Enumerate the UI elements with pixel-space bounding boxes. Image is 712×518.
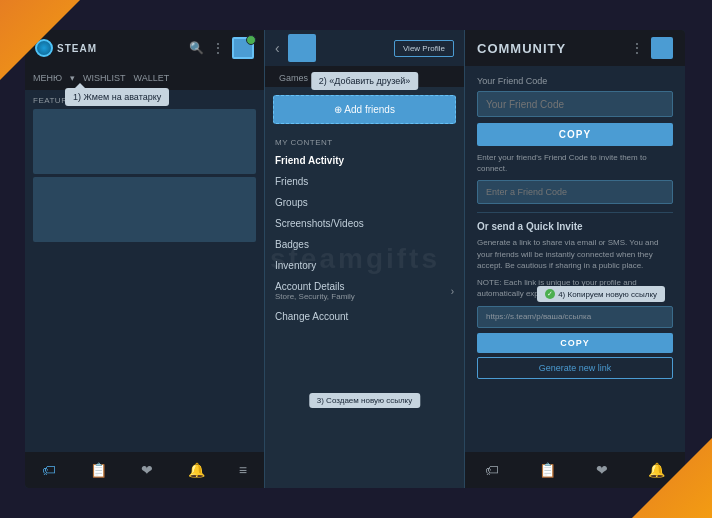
friend-code-input[interactable]: [477, 91, 673, 117]
steam-logo-text: STEAM: [57, 43, 97, 54]
tab-games[interactable]: Games: [271, 70, 316, 87]
check-icon: ✓: [545, 289, 555, 299]
account-details-arrow-icon: ›: [451, 286, 454, 297]
account-details-item[interactable]: Account Details Store, Security, Family …: [265, 276, 464, 306]
divider: [477, 212, 673, 213]
game-placeholder-1: [33, 109, 256, 174]
generate-link-button[interactable]: Generate new link: [477, 357, 673, 379]
menu-badges[interactable]: Badges: [265, 234, 464, 255]
steam-nav: МЕНЮ ▾ WISHLIST WALLET: [25, 66, 264, 90]
menu-screenshots[interactable]: Screenshots/Videos: [265, 213, 464, 234]
tooltip-add-friends: 2) «Добавить друзей»: [311, 72, 419, 90]
nav-wishlist[interactable]: WISHLIST: [83, 73, 126, 83]
menu-inventory[interactable]: Inventory: [265, 255, 464, 276]
community-nav-store[interactable]: 🏷: [485, 462, 499, 478]
search-icon[interactable]: 🔍: [189, 41, 204, 55]
view-profile-button[interactable]: View Profile: [394, 40, 454, 57]
game-list: [25, 109, 264, 242]
bottom-nav-favorites[interactable]: ❤: [141, 462, 153, 478]
menu-change-account[interactable]: Change Account: [265, 306, 464, 327]
bottom-nav-notifications[interactable]: 🔔: [188, 462, 205, 478]
community-header: COMMUNITY ⋮: [465, 30, 685, 66]
account-details-text: Account Details Store, Security, Family: [275, 281, 451, 301]
menu-friends[interactable]: Friends: [265, 171, 464, 192]
left-bottom-nav: 🏷 📋 ❤ 🔔 ≡: [25, 452, 264, 488]
account-details-subtitle: Store, Security, Family: [275, 292, 451, 301]
left-panel-content: FEATURED & RECOMMENDED: [25, 90, 264, 452]
quick-invite-desc: Generate a link to share via email or SM…: [477, 237, 673, 271]
main-container: steamgifts STEAM 🔍 ⋮ МЕНЮ ▾ WISHLIST WAL…: [25, 30, 685, 488]
community-nav-shield[interactable]: ❤: [596, 462, 608, 478]
friend-overlay-header: ‹ View Profile: [265, 30, 464, 66]
invite-description: Enter your friend's Friend Code to invit…: [477, 152, 673, 174]
steam-header-icons: 🔍 ⋮: [189, 37, 254, 59]
tooltip-copy-link: ✓ 4) Копируем новую ссылку: [537, 286, 665, 302]
menu-friend-activity[interactable]: Friend Activity: [265, 150, 464, 171]
community-title: COMMUNITY: [477, 41, 623, 56]
my-content-label: MY CONTENT: [265, 132, 464, 150]
avatar[interactable]: [232, 37, 254, 59]
quick-invite-title: Or send a Quick Invite: [477, 221, 673, 232]
friend-code-label: Your Friend Code: [477, 76, 673, 86]
tooltip-new-link: 3) Создаем новую ссылку: [309, 393, 420, 408]
tooltip-click-avatar: 1) Жмем на аватарку: [65, 88, 169, 106]
community-content: Your Friend Code COPY Enter your friend'…: [465, 66, 685, 452]
friend-overlay-panel: ‹ View Profile 2) «Добавить друзей» Game…: [265, 30, 465, 488]
community-avatar[interactable]: [651, 37, 673, 59]
bottom-nav-store[interactable]: 🏷: [42, 462, 56, 478]
nav-wallet[interactable]: WALLET: [134, 73, 170, 83]
steam-logo: STEAM: [35, 39, 97, 57]
copy-friend-code-button[interactable]: COPY: [477, 123, 673, 146]
bottom-nav-menu[interactable]: ≡: [239, 462, 247, 478]
copy-link-button[interactable]: COPY: [477, 333, 673, 353]
link-url-input[interactable]: [477, 306, 673, 328]
community-nav-notifications[interactable]: 🔔: [648, 462, 665, 478]
community-nav-library[interactable]: 📋: [539, 462, 556, 478]
steam-client-panel: STEAM 🔍 ⋮ МЕНЮ ▾ WISHLIST WALLET 1) Жмем…: [25, 30, 265, 488]
add-friends-button[interactable]: ⊕ Add friends: [273, 95, 456, 124]
back-arrow-icon[interactable]: ‹: [275, 40, 280, 56]
community-bottom-nav: 🏷 📋 ❤ 🔔: [465, 452, 685, 488]
friend-code-entry-input[interactable]: [477, 180, 673, 204]
nav-menu[interactable]: МЕНЮ: [33, 73, 62, 83]
bottom-nav-library[interactable]: 📋: [90, 462, 107, 478]
community-panel: COMMUNITY ⋮ Your Friend Code COPY Enter …: [465, 30, 685, 488]
menu-dots-icon[interactable]: ⋮: [212, 41, 224, 55]
community-menu-icon[interactable]: ⋮: [631, 41, 643, 55]
tooltip-copy-text: 4) Копируем новую ссылку: [558, 290, 657, 299]
steam-header: STEAM 🔍 ⋮: [25, 30, 264, 66]
account-details-title: Account Details: [275, 281, 451, 292]
friend-avatar: [288, 34, 316, 62]
menu-groups[interactable]: Groups: [265, 192, 464, 213]
game-placeholder-2: [33, 177, 256, 242]
